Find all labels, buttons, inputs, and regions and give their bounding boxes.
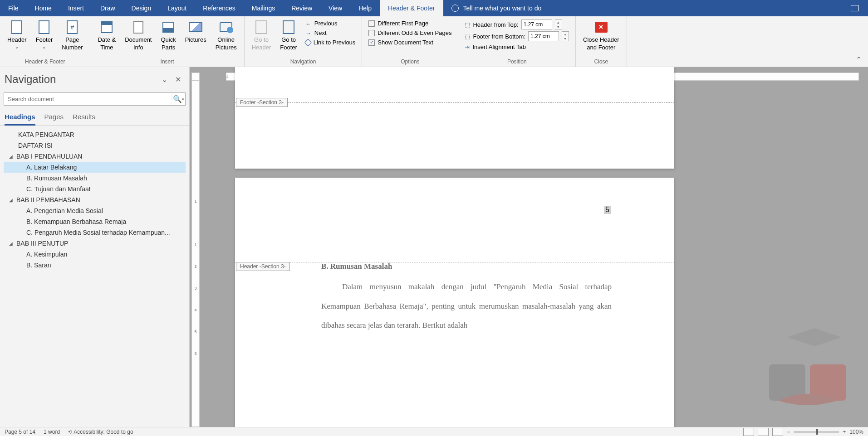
nav-tab-headings[interactable]: Headings xyxy=(5,110,35,125)
zoom-out-button[interactable]: − xyxy=(787,429,790,435)
nav-close-button[interactable]: ✕ xyxy=(171,73,185,86)
menu-review[interactable]: Review xyxy=(283,0,320,16)
header-button[interactable]: Header⌄ xyxy=(4,18,30,58)
link-icon xyxy=(304,39,312,46)
tree-item[interactable]: A. Pengertian Media Sosial xyxy=(4,205,186,216)
web-layout-button[interactable] xyxy=(772,428,783,436)
tree-item[interactable]: C. Pengaruh Media Sosial terhadap Kemamp… xyxy=(4,227,186,238)
vertical-ruler[interactable]: 1123456 xyxy=(191,81,200,427)
status-page[interactable]: Page 5 of 14 xyxy=(5,429,35,435)
tell-me-label: Tell me what you want to do xyxy=(463,5,542,12)
footer-from-bottom-input[interactable] xyxy=(528,31,559,41)
nav-tab-results[interactable]: Results xyxy=(73,110,95,125)
body-paragraph: Dalam menyusun makalah dengan judul "Pen… xyxy=(321,277,612,335)
spinner[interactable]: ▲▼ xyxy=(555,19,562,29)
pictures-icon xyxy=(189,22,202,32)
checkbox-icon xyxy=(368,30,375,36)
tree-item[interactable]: C. Tujuan dan Manfaat xyxy=(4,184,186,194)
menu-file[interactable]: File xyxy=(0,0,27,16)
tree-item[interactable]: KATA PENGANTAR xyxy=(4,129,186,140)
header-page-number[interactable]: 5 xyxy=(604,206,611,214)
previous-button[interactable]: Previous xyxy=(305,19,356,28)
page-number-icon xyxy=(67,20,78,34)
ribbon: Header⌄ Footer⌄ Page Number Header & Foo… xyxy=(0,16,868,67)
zoom-slider[interactable] xyxy=(794,431,839,433)
tree-item[interactable]: ◢BAB II PEMBAHASAN xyxy=(4,194,186,205)
group-label-options: Options xyxy=(366,58,454,67)
status-bar: Page 5 of 14 1 word ⟲ Accessibility: Goo… xyxy=(0,427,868,436)
collapse-ribbon-button[interactable]: ⌃ xyxy=(849,53,868,67)
tree-item[interactable]: B. Saran xyxy=(4,260,186,271)
tree-item[interactable]: ◢BAB III PENUTUP xyxy=(4,238,186,249)
nav-dropdown-button[interactable]: ⌄ xyxy=(157,73,171,86)
menu-layout[interactable]: Layout xyxy=(159,0,195,16)
navigation-pane: Navigation ⌄ ✕ 🔍▾ HeadingsPagesResults K… xyxy=(0,67,190,427)
online-pictures-button[interactable]: Online Pictures xyxy=(212,18,240,58)
search-input[interactable] xyxy=(4,93,172,105)
different-odd-even-checkbox[interactable]: Different Odd & Even Pages xyxy=(368,29,451,37)
checkbox-icon xyxy=(368,20,375,27)
calendar-icon xyxy=(101,21,113,33)
tree-item-label: A. Kesimpulan xyxy=(26,251,67,258)
online-pictures-icon xyxy=(220,22,232,32)
tree-item[interactable]: A. Kesimpulan xyxy=(4,249,186,260)
show-document-text-checkbox[interactable]: Show Document Text xyxy=(368,38,451,47)
footer-button[interactable]: Footer⌄ xyxy=(32,18,57,58)
menu-view[interactable]: View xyxy=(320,0,350,16)
zoom-level[interactable]: 100% xyxy=(849,429,863,435)
nav-tab-pages[interactable]: Pages xyxy=(44,110,64,125)
menu-insert[interactable]: Insert xyxy=(60,0,92,16)
quick-parts-button[interactable]: Quick Parts xyxy=(157,18,179,58)
tree-item[interactable]: DAFTAR ISI xyxy=(4,140,186,151)
search-button[interactable]: 🔍▾ xyxy=(172,93,185,105)
document-page[interactable]: 5 Header -Section 3- B. Rumusan Masalah … xyxy=(235,178,674,427)
footer-icon xyxy=(39,20,49,34)
menu-references[interactable]: References xyxy=(195,0,244,16)
footer-boundary xyxy=(235,102,674,103)
arrow-down-icon xyxy=(305,30,312,36)
body-heading: B. Rumusan Masalah xyxy=(321,262,392,271)
tree-item-label: KATA PENGANTAR xyxy=(18,131,74,138)
page-number-button[interactable]: Page Number xyxy=(58,18,86,58)
header-section-label: Header -Section 3- xyxy=(236,262,290,271)
watermark-logo xyxy=(760,319,855,414)
insert-alignment-tab-button[interactable]: ⇥Insert Alignment Tab xyxy=(465,43,569,51)
tree-item-label: C. Pengaruh Media Sosial terhadap Kemamp… xyxy=(26,229,170,236)
close-header-footer-button[interactable]: ✕Close Header and Footer xyxy=(579,18,623,58)
print-layout-button[interactable] xyxy=(758,428,769,436)
tree-item[interactable]: B. Rumusan Masalah xyxy=(4,173,186,184)
different-first-page-checkbox[interactable]: Different First Page xyxy=(368,19,451,28)
link-previous-button[interactable]: Link to Previous xyxy=(305,38,356,47)
comment-icon[interactable] xyxy=(851,5,859,11)
zoom-in-button[interactable]: + xyxy=(843,429,846,435)
menu-design[interactable]: Design xyxy=(123,0,160,16)
header-from-top-row: ⬚Header from Top:▲▼ xyxy=(465,19,569,30)
tree-item[interactable]: A. Latar Belakang xyxy=(4,162,186,173)
status-accessibility[interactable]: ⟲ Accessibility: Good to go xyxy=(68,429,133,435)
spinner[interactable]: ▲▼ xyxy=(562,31,569,41)
menu-draw[interactable]: Draw xyxy=(92,0,123,16)
nav-pane-title: Navigation xyxy=(5,73,157,86)
document-page-prev[interactable]: Footer -Section 3- xyxy=(235,67,674,169)
chevron-down-icon: ◢ xyxy=(9,154,15,159)
document-info-button[interactable]: Document Info xyxy=(121,18,155,58)
menu-mailings[interactable]: Mailings xyxy=(244,0,283,16)
quick-parts-icon xyxy=(162,22,174,33)
footer-section-label: Footer -Section 3- xyxy=(236,98,288,107)
date-time-button[interactable]: Date & Time xyxy=(94,18,119,58)
tree-item[interactable]: ◢BAB I PENDAHULUAN xyxy=(4,151,186,162)
pictures-button[interactable]: Pictures xyxy=(181,18,210,58)
tell-me-search[interactable]: Tell me what you want to do xyxy=(443,5,550,12)
goto-footer-icon xyxy=(283,20,294,34)
next-button[interactable]: Next xyxy=(305,29,356,37)
read-mode-button[interactable] xyxy=(743,428,754,436)
menu-home[interactable]: Home xyxy=(27,0,60,16)
tree-item[interactable]: B. Kemampuan Berbahasa Remaja xyxy=(4,216,186,227)
header-from-top-input[interactable] xyxy=(521,19,552,29)
menu-help[interactable]: Help xyxy=(350,0,380,16)
goto-header-icon xyxy=(255,20,267,34)
menu-header-footer[interactable]: Header & Footer xyxy=(380,0,443,16)
status-word-count[interactable]: 1 word xyxy=(44,429,60,435)
goto-footer-button[interactable]: Go to Footer xyxy=(276,18,301,58)
svg-rect-0 xyxy=(769,364,805,401)
